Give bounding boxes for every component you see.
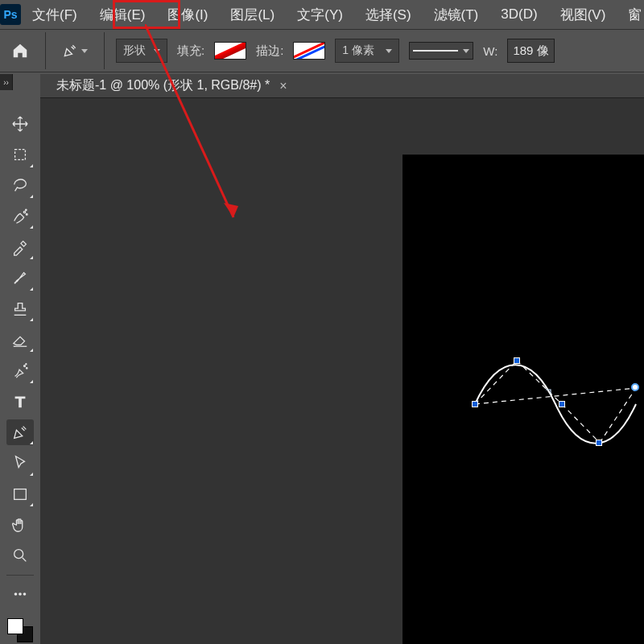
stroke-style-preview: [413, 50, 458, 52]
pen-mode-dropdown[interactable]: 形状: [116, 39, 167, 63]
path-selection-tool[interactable]: [6, 450, 34, 476]
arrow-cursor-icon: [11, 454, 29, 472]
artboard-tool[interactable]: [6, 142, 34, 167]
chevron-down-icon: [386, 49, 392, 53]
svg-point-11: [23, 592, 27, 596]
stroke-width-value: 1 像素: [342, 43, 374, 58]
fill-swatch[interactable]: [214, 42, 246, 60]
rectangle-icon: [11, 485, 29, 503]
shape-path[interactable]: [467, 356, 644, 452]
toolbar-separator: [6, 575, 34, 576]
svg-rect-7: [14, 489, 27, 499]
type-tool[interactable]: [6, 389, 34, 415]
fill-label: 填充:: [177, 43, 204, 59]
menu-bar: Ps 文件(F) 编辑(E) 图像(I) 图层(L) 文字(Y) 选择(S) 滤…: [0, 0, 644, 29]
menu-image[interactable]: 图像(I): [156, 0, 219, 29]
pen-tool[interactable]: [6, 419, 34, 445]
svg-point-4: [24, 365, 26, 366]
ps-logo-chip: Ps: [0, 4, 21, 25]
gradient-tool[interactable]: [6, 357, 34, 383]
options-bar: 形状 填充: 描边: 1 像素 W: 189 像: [0, 29, 644, 72]
type-icon: [11, 393, 29, 411]
anchor-point[interactable]: [596, 440, 602, 446]
path-curve: [467, 356, 644, 452]
home-button[interactable]: [6, 37, 34, 64]
menu-filter[interactable]: 滤镜(T): [423, 0, 490, 29]
svg-point-8: [14, 550, 23, 559]
menu-window[interactable]: 窗: [617, 0, 644, 29]
eraser-icon: [11, 331, 29, 349]
collapsed-panel-expander[interactable]: ››: [0, 74, 13, 90]
document-tab-strip: 未标题-1 @ 100% (形状 1, RGB/8#) * ×: [40, 74, 644, 98]
foreground-background-colors[interactable]: [6, 617, 35, 644]
foreground-color-swatch[interactable]: [7, 618, 23, 634]
chevron-down-icon: [154, 49, 160, 53]
svg-point-5: [27, 367, 27, 368]
options-divider: [104, 32, 105, 69]
menu-3d[interactable]: 3D(D): [489, 0, 548, 29]
document-tab[interactable]: 未标题-1 @ 100% (形状 1, RGB/8#) *: [56, 77, 270, 94]
lasso-icon: [11, 177, 29, 195]
gradient-icon: [11, 362, 29, 380]
eyedropper-tool[interactable]: [6, 234, 34, 260]
svg-point-6: [26, 363, 27, 364]
eraser-tool[interactable]: [6, 327, 34, 353]
path-endpoint[interactable]: [631, 383, 639, 391]
stroke-style-dropdown[interactable]: [409, 42, 473, 60]
svg-point-10: [19, 592, 22, 596]
move-icon: [11, 115, 29, 133]
workspace: [0, 98, 644, 644]
brush-tool[interactable]: [6, 265, 34, 291]
stamp-icon: [11, 300, 29, 318]
zoom-tool[interactable]: [6, 543, 34, 568]
quick-selection-tool[interactable]: [6, 204, 34, 229]
canvas[interactable]: [402, 155, 644, 644]
menu-edit[interactable]: 编辑(E): [89, 0, 157, 29]
width-label: W:: [483, 44, 497, 58]
app-logo: Ps: [0, 0, 21, 29]
zoom-icon: [11, 547, 29, 564]
tool-bar: [0, 98, 40, 644]
document-area[interactable]: [40, 98, 644, 644]
menu-select[interactable]: 选择(S): [354, 0, 423, 29]
menu-type[interactable]: 文字(Y): [286, 0, 354, 29]
pen-icon: [62, 43, 78, 59]
move-tool[interactable]: [6, 111, 34, 137]
home-icon: [11, 42, 29, 60]
menu-file[interactable]: 文件(F): [21, 0, 89, 29]
hand-icon: [11, 516, 29, 534]
artboard-icon: [11, 146, 29, 163]
anchor-point[interactable]: [514, 357, 520, 364]
svg-point-1: [23, 211, 25, 213]
width-input[interactable]: 189 像: [507, 39, 554, 63]
menu-view[interactable]: 视图(V): [549, 0, 617, 29]
svg-point-2: [26, 213, 27, 215]
tool-preset-dropdown[interactable]: [57, 39, 93, 63]
svg-point-3: [26, 209, 27, 210]
hand-tool[interactable]: [6, 512, 34, 538]
more-icon: [11, 585, 29, 603]
svg-point-9: [14, 592, 18, 596]
stroke-label: 描边:: [256, 43, 283, 59]
pen-icon: [11, 423, 29, 441]
edit-toolbar-button[interactable]: [6, 580, 34, 606]
eyedropper-icon: [11, 238, 29, 256]
options-divider: [45, 32, 46, 69]
lasso-tool[interactable]: [6, 173, 34, 199]
menu-items: 文件(F) 编辑(E) 图像(I) 图层(L) 文字(Y) 选择(S) 滤镜(T…: [21, 0, 644, 29]
rectangle-tool[interactable]: [6, 481, 34, 507]
chevron-down-icon: [463, 49, 469, 53]
width-value: 189 像: [513, 43, 548, 59]
anchor-point[interactable]: [559, 401, 565, 407]
clone-stamp-tool[interactable]: [6, 296, 34, 322]
quick-selection-icon: [11, 208, 29, 225]
chevron-down-icon: [81, 49, 88, 53]
brush-icon: [11, 270, 29, 287]
pen-mode-label: 形状: [123, 43, 146, 58]
stroke-swatch[interactable]: [293, 42, 325, 60]
anchor-point[interactable]: [472, 401, 478, 407]
svg-rect-0: [15, 150, 26, 160]
stroke-width-dropdown[interactable]: 1 像素: [335, 39, 399, 63]
close-tab-button[interactable]: ×: [279, 79, 287, 93]
menu-layer[interactable]: 图层(L): [219, 0, 286, 29]
